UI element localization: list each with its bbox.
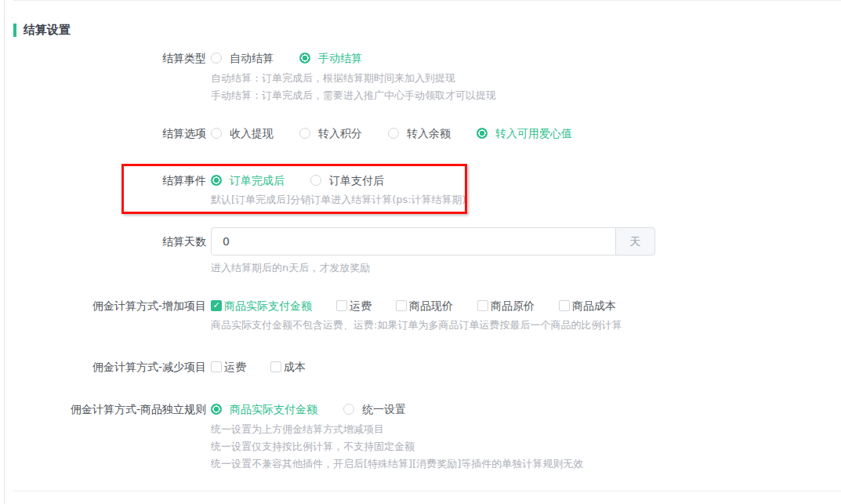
radio-unchecked-icon: [299, 128, 310, 139]
commission-add-label: 佣金计算方式-增加项目: [13, 297, 206, 314]
commission-subtract-label: 佣金计算方式-减少项目: [13, 358, 206, 375]
commission-product-rule-help-2: 统一设置仅支持按比例计算，不支持固定金额: [211, 438, 841, 455]
radio-to-points[interactable]: 转入积分: [299, 125, 362, 142]
settle-days-input[interactable]: [211, 227, 616, 256]
row-settle-event: 结算事件 订单完成后 订单支付后: [13, 172, 841, 189]
panel-left-border: [4, 0, 5, 504]
row-settle-type: 结算类型 自动结算 手动结算: [13, 49, 841, 67]
settle-days-unit: 天: [615, 227, 655, 256]
commission-product-rule-options: 商品实际支付金额 统一设置: [211, 401, 406, 418]
radio-order-paid[interactable]: 订单支付后: [310, 172, 384, 189]
radio-checked-icon: [477, 128, 488, 139]
settle-option-label: 结算选项: [13, 125, 206, 142]
checkbox-shipping-fee[interactable]: 运费: [336, 297, 372, 314]
radio-order-paid-label: 订单支付后: [329, 172, 384, 189]
radio-checked-icon: [299, 53, 310, 63]
section-header: 结算设置: [13, 22, 841, 38]
settle-type-help-1: 自动结算：订单完成后，根据结算期时间来加入到提现: [211, 70, 841, 87]
radio-checked-icon: [211, 404, 222, 415]
checkbox-actual-paid-amount[interactable]: ✓ 商品实际支付金额: [211, 297, 312, 314]
commission-product-rule-help-3: 统一设置不兼容其他插件，开启后[特殊结算][消费奖励]等插件的单独计算规则无效: [211, 455, 841, 473]
settle-type-help-2: 手动结算：订单完成后，需要进入推广中心手动领取才可以提现: [211, 87, 841, 104]
checkbox-shipping-fee-label: 运费: [350, 297, 372, 314]
checkbox-unchecked-icon: [270, 361, 281, 372]
radio-auto-settle[interactable]: 自动结算: [211, 49, 274, 67]
radio-unchecked-icon: [310, 175, 321, 186]
radio-auto-settle-label: 自动结算: [230, 49, 274, 67]
settlement-settings-panel: 结算设置 结算类型 自动结算 手动结算 自动结算：订单完成后，根据结算期时间来加…: [13, 0, 841, 491]
section-accent-bar: [13, 24, 16, 37]
radio-income-withdraw-label: 收入提现: [230, 125, 274, 142]
checkbox-current-price[interactable]: 商品现价: [396, 297, 453, 314]
radio-order-completed[interactable]: 订单完成后: [211, 172, 285, 189]
commission-add-options: ✓ 商品实际支付金额 运费 商品现价 商品原价 商品成本: [211, 297, 616, 314]
checkbox-product-cost[interactable]: 商品成本: [559, 297, 616, 314]
row-commission-product-rule: 佣金计算方式-商品独立规则 商品实际支付金额 统一设置: [13, 401, 841, 418]
checkbox-sub-cost[interactable]: 成本: [270, 358, 306, 375]
checkbox-actual-paid-amount-label: 商品实际支付金额: [224, 297, 312, 314]
checkbox-unchecked-icon: [396, 300, 407, 311]
radio-rule-actual-paid-amount[interactable]: 商品实际支付金额: [211, 401, 317, 418]
row-settle-option: 结算选项 收入提现 转入积分 转入余额 转入可用爱心值: [13, 125, 841, 142]
radio-unchecked-icon: [388, 128, 399, 139]
radio-unchecked-icon: [211, 53, 222, 63]
radio-manual-settle-label: 手动结算: [318, 49, 362, 67]
radio-unchecked-icon: [211, 128, 222, 139]
checkbox-checked-icon: ✓: [211, 300, 222, 311]
checkbox-sub-cost-label: 成本: [284, 358, 306, 375]
row-settle-days: 结算天数 天: [13, 227, 841, 256]
settle-event-options: 订单完成后 订单支付后: [211, 172, 384, 189]
checkbox-original-price[interactable]: 商品原价: [477, 297, 535, 314]
radio-to-love-value[interactable]: 转入可用爱心值: [477, 125, 572, 142]
settle-event-help: 默认[订单完成后]分销订单进入结算计算(ps:计算结算期): [211, 191, 841, 208]
radio-to-balance-label: 转入余额: [407, 125, 451, 142]
checkbox-current-price-label: 商品现价: [409, 297, 453, 314]
radio-to-points-label: 转入积分: [318, 125, 362, 142]
checkbox-sub-shipping-fee-label: 运费: [224, 358, 246, 375]
radio-rule-unified-setting[interactable]: 统一设置: [343, 401, 406, 418]
checkbox-sub-shipping-fee[interactable]: 运费: [211, 358, 246, 375]
settle-option-options: 收入提现 转入积分 转入余额 转入可用爱心值: [211, 125, 572, 142]
checkbox-original-price-label: 商品原价: [491, 297, 535, 314]
row-commission-subtract: 佣金计算方式-减少项目 运费 成本: [13, 358, 841, 375]
settle-days-help: 进入结算期后的n天后，才发放奖励: [211, 259, 841, 277]
checkbox-unchecked-icon: [477, 300, 488, 311]
checkbox-unchecked-icon: [211, 361, 222, 372]
commission-product-rule-help-1: 统一设置为上方佣金结算方式增减项目: [211, 421, 841, 438]
radio-rule-actual-paid-amount-label: 商品实际支付金额: [230, 401, 317, 418]
settle-type-label: 结算类型: [13, 49, 206, 67]
radio-checked-icon: [211, 175, 222, 186]
row-commission-add: 佣金计算方式-增加项目 ✓ 商品实际支付金额 运费 商品现价 商品原价: [13, 297, 841, 314]
panel-bottom-border: [13, 491, 841, 491]
settle-days-control: 天: [211, 227, 655, 256]
checkbox-unchecked-icon: [336, 300, 347, 311]
settle-event-label: 结算事件: [13, 172, 206, 189]
commission-product-rule-label: 佣金计算方式-商品独立规则: [13, 401, 206, 418]
radio-income-withdraw[interactable]: 收入提现: [211, 125, 274, 142]
radio-to-love-value-label: 转入可用爱心值: [495, 125, 572, 142]
commission-subtract-options: 运费 成本: [211, 358, 306, 375]
commission-add-help: 商品实际支付金额不包含运费、运费:如果订单为多商品订单运费按最后一个商品的比例计…: [211, 317, 841, 334]
checkbox-unchecked-icon: [559, 300, 570, 311]
radio-manual-settle[interactable]: 手动结算: [299, 49, 362, 67]
checkbox-product-cost-label: 商品成本: [572, 297, 616, 314]
radio-order-completed-label: 订单完成后: [230, 172, 285, 189]
settlement-settings-page: 结算设置 结算类型 自动结算 手动结算 自动结算：订单完成后，根据结算期时间来加…: [0, 0, 841, 504]
radio-to-balance[interactable]: 转入余额: [388, 125, 451, 142]
settle-days-input-group: 天: [211, 227, 655, 256]
radio-rule-unified-setting-label: 统一设置: [362, 401, 406, 418]
radio-unchecked-icon: [343, 404, 354, 415]
settle-days-label: 结算天数: [13, 227, 206, 256]
page-title: 结算设置: [24, 22, 71, 38]
settle-type-options: 自动结算 手动结算: [211, 49, 362, 67]
